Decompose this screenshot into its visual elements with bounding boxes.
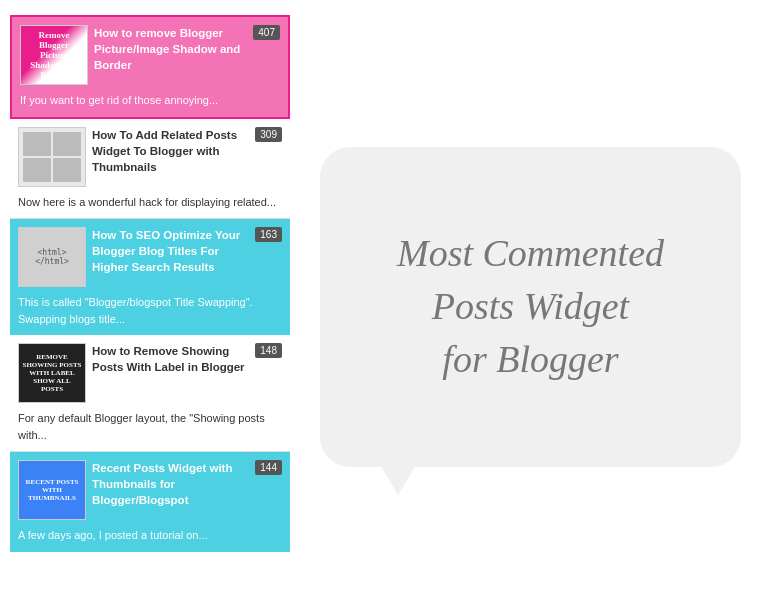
post-title-area: Recent Posts Widget with Thumbnails for …: [92, 460, 282, 508]
list-item[interactable]: REMOVE SHOWING POSTS WITH LABEL SHOW ALL…: [10, 335, 290, 452]
comment-count: 163: [255, 227, 282, 242]
post-title: How to remove Blogger Picture/Image Shad…: [94, 25, 249, 73]
post-title: How To Add Related Posts Widget To Blogg…: [92, 127, 251, 175]
post-title: How To SEO Optimize Your Blogger Blog Ti…: [92, 227, 251, 275]
post-thumbnail: Remove Blogger Picture Shadow and Border: [20, 25, 88, 85]
post-excerpt: This is called "Blogger/blogspot Title S…: [18, 294, 282, 327]
post-header: RECENT POSTS WITH THUMBNAILS Recent Post…: [18, 460, 282, 520]
post-title-area: How To SEO Optimize Your Blogger Blog Ti…: [92, 227, 282, 275]
list-item[interactable]: How To Add Related Posts Widget To Blogg…: [10, 119, 290, 220]
post-title-area: How To Add Related Posts Widget To Blogg…: [92, 127, 282, 175]
comment-count: 144: [255, 460, 282, 475]
post-thumbnail: REMOVE SHOWING POSTS WITH LABEL SHOW ALL…: [18, 343, 86, 403]
bubble-line3: for Blogger: [442, 338, 618, 380]
post-header: <html></html> How To SEO Optimize Your B…: [18, 227, 282, 287]
bubble-text: Most Commented Posts Widget for Blogger: [397, 227, 664, 387]
list-item[interactable]: <html></html> How To SEO Optimize Your B…: [10, 219, 290, 335]
post-thumbnail: <html></html>: [18, 227, 86, 287]
post-excerpt: Now here is a wonderful hack for display…: [18, 194, 282, 211]
post-title: How to Remove Showing Posts With Label i…: [92, 343, 251, 375]
comment-count: 148: [255, 343, 282, 358]
post-header: Remove Blogger Picture Shadow and Border…: [20, 25, 280, 85]
bubble-line2: Posts Widget: [432, 285, 629, 327]
list-item[interactable]: Remove Blogger Picture Shadow and Border…: [10, 15, 290, 119]
right-panel: Most Commented Posts Widget for Blogger: [300, 15, 761, 598]
post-title-area: How to remove Blogger Picture/Image Shad…: [94, 25, 280, 73]
speech-bubble: Most Commented Posts Widget for Blogger: [320, 147, 741, 467]
post-excerpt: If you want to get rid of those annoying…: [20, 92, 280, 109]
comment-count: 407: [253, 25, 280, 40]
post-thumbnail: RECENT POSTS WITH THUMBNAILS: [18, 460, 86, 520]
post-header: REMOVE SHOWING POSTS WITH LABEL SHOW ALL…: [18, 343, 282, 403]
post-header: How To Add Related Posts Widget To Blogg…: [18, 127, 282, 187]
post-title-area: How to Remove Showing Posts With Label i…: [92, 343, 282, 375]
list-item[interactable]: RECENT POSTS WITH THUMBNAILS Recent Post…: [10, 452, 290, 552]
post-excerpt: For any default Blogger layout, the "Sho…: [18, 410, 282, 443]
comment-count: 309: [255, 127, 282, 142]
post-thumbnail: [18, 127, 86, 187]
post-excerpt: A few days ago, I posted a tutorial on..…: [18, 527, 282, 544]
post-title: Recent Posts Widget with Thumbnails for …: [92, 460, 251, 508]
posts-list: Remove Blogger Picture Shadow and Border…: [10, 15, 290, 598]
bubble-line1: Most Commented: [397, 232, 664, 274]
main-container: Remove Blogger Picture Shadow and Border…: [0, 0, 771, 613]
